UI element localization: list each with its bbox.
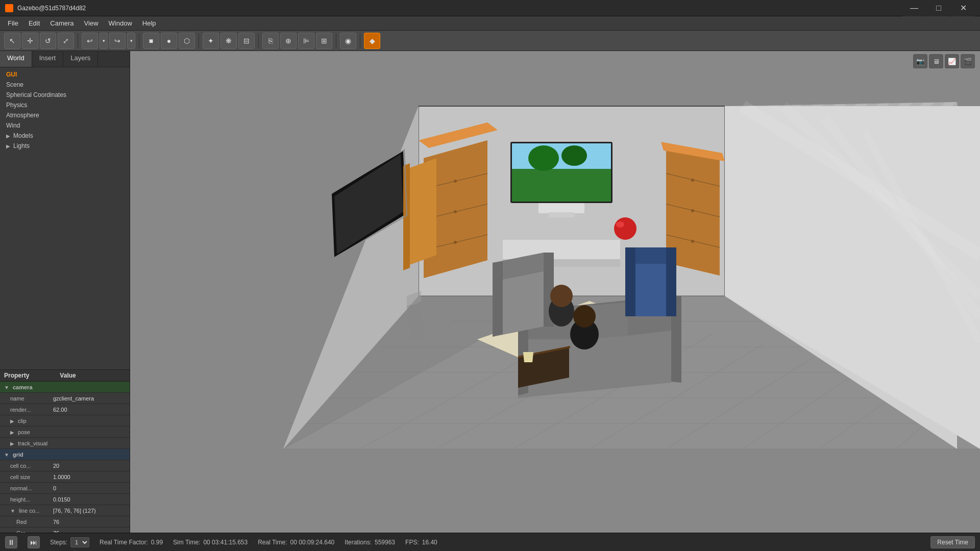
svg-marker-86: [666, 247, 676, 316]
models-arrow-icon: ▶: [6, 133, 10, 139]
redo-dropdown-button[interactable]: ▾: [127, 33, 135, 49]
svg-rect-45: [512, 143, 611, 169]
particle-button[interactable]: ❋: [220, 33, 237, 49]
titlebar-title: Gazebo@51d5787d4d82: [17, 5, 86, 12]
prop-row-cell-size: cell size 1.0000: [0, 471, 130, 483]
viewport-toolbar: 📷 🖥 📈 🎬: [913, 54, 975, 68]
tree-item-spherical-coords[interactable]: Spherical Coordinates: [0, 90, 130, 100]
svg-rect-49: [538, 203, 584, 213]
undo-dropdown-button[interactable]: ▾: [100, 33, 108, 49]
tab-bar: World Insert Layers: [0, 51, 130, 67]
follow-button[interactable]: ◉: [340, 33, 356, 49]
step-forward-button[interactable]: ⏭: [28, 536, 40, 548]
left-panel: World Insert Layers GUI Scene Spherical …: [0, 51, 130, 533]
line-color-collapse-icon: ▼: [10, 508, 15, 514]
real-time-item: Real Time: 00 00:09:24.640: [258, 539, 334, 546]
tab-world[interactable]: World: [0, 51, 32, 67]
redo-button[interactable]: ↪: [109, 33, 126, 49]
prop-header-value: Value: [60, 372, 76, 379]
video-button[interactable]: 🎬: [961, 54, 975, 68]
prop-section-grid[interactable]: ▼ grid: [0, 449, 130, 460]
prop-row-clip[interactable]: ▶ clip: [0, 415, 130, 427]
tab-insert[interactable]: Insert: [32, 51, 64, 67]
fps-item: FPS: 16.40: [405, 539, 437, 546]
sep3: [199, 34, 199, 48]
prop-row-normal: normal... 0: [0, 483, 130, 494]
prop-row-track-visual[interactable]: ▶ track_visual: [0, 438, 130, 449]
tree-item-lights[interactable]: ▶ Lights: [0, 141, 130, 151]
svg-point-56: [454, 180, 457, 183]
svg-point-96: [616, 221, 624, 228]
menu-edit[interactable]: Edit: [23, 17, 45, 29]
translate-tool-button[interactable]: ✛: [22, 33, 38, 49]
plot-button[interactable]: 📈: [945, 54, 959, 68]
box-shape-button[interactable]: ■: [143, 33, 159, 49]
orange-shape-button[interactable]: ◆: [364, 33, 380, 49]
paste-button[interactable]: ⊕: [280, 33, 297, 49]
steps-select[interactable]: 1: [70, 537, 89, 547]
cylinder-shape-button[interactable]: ⬡: [179, 33, 195, 49]
fps-label: FPS:: [405, 539, 419, 546]
tree-item-wind[interactable]: Wind: [0, 120, 130, 131]
prop-row-green: Gre... 76: [0, 528, 130, 533]
main-content: World Insert Layers GUI Scene Spherical …: [0, 51, 980, 533]
scene-viewport[interactable]: [130, 51, 980, 533]
properties-panel: Property Value ▼ camera name gzclient_ca…: [0, 369, 130, 533]
svg-point-47: [528, 145, 559, 171]
reset-time-button[interactable]: Reset Time: [930, 536, 975, 548]
wireframe-button[interactable]: ⊟: [238, 33, 255, 49]
svg-point-67: [691, 240, 694, 243]
maximize-button[interactable]: □: [927, 0, 950, 16]
steps-label: Steps:: [50, 539, 67, 546]
svg-marker-81: [493, 262, 503, 337]
menu-file[interactable]: File: [3, 17, 23, 29]
scale-tool-button[interactable]: ⤢: [58, 33, 74, 49]
menu-view[interactable]: View: [79, 17, 104, 29]
undo-button[interactable]: ↩: [82, 33, 98, 49]
menu-camera[interactable]: Camera: [45, 17, 79, 29]
statusbar: ⏸ ⏭ Steps: 1 Real Time Factor: 0.99 Sim …: [0, 533, 980, 551]
svg-point-65: [691, 179, 694, 182]
screenshot-button[interactable]: 📷: [913, 54, 927, 68]
titlebar-controls: — □ ✕: [902, 0, 975, 16]
prop-row-pose[interactable]: ▶ pose: [0, 427, 130, 438]
svg-marker-85: [625, 247, 635, 316]
sep1: [78, 34, 78, 48]
svg-rect-41: [503, 240, 620, 260]
minimize-button[interactable]: —: [902, 0, 926, 16]
rotate-tool-button[interactable]: ↺: [40, 33, 56, 49]
sphere-shape-button[interactable]: ●: [161, 33, 177, 49]
tree-item-physics[interactable]: Physics: [0, 100, 130, 110]
prop-section-camera[interactable]: ▼ camera: [0, 382, 130, 393]
viewport[interactable]: 📷 🖥 📈 🎬: [130, 51, 980, 533]
pause-button[interactable]: ⏸: [5, 536, 17, 548]
tree-item-atmosphere[interactable]: Atmosphere: [0, 110, 130, 120]
prop-row-cell-count: cell co... 20: [0, 460, 130, 471]
tab-layers[interactable]: Layers: [63, 51, 98, 67]
align-button[interactable]: ⊫: [298, 33, 314, 49]
select-tool-button[interactable]: ↖: [4, 33, 20, 49]
snap-button[interactable]: ⊞: [316, 33, 332, 49]
display-button[interactable]: 🖥: [929, 54, 943, 68]
close-button[interactable]: ✕: [951, 0, 975, 16]
scene-label: Scene: [6, 81, 23, 88]
svg-point-58: [454, 241, 457, 244]
menu-window[interactable]: Window: [104, 17, 137, 29]
menu-help[interactable]: Help: [137, 17, 161, 29]
sim-time-item: Sim Time: 00 03:41:15.653: [173, 539, 248, 546]
tree-item-scene[interactable]: Scene: [0, 80, 130, 90]
copy-button[interactable]: ⎘: [262, 33, 279, 49]
svg-point-48: [561, 145, 587, 166]
svg-point-92: [573, 305, 596, 328]
rtf-item: Real Time Factor: 0.99: [100, 539, 163, 546]
iterations-label: Iterations:: [345, 539, 372, 546]
tree-item-gui[interactable]: GUI: [0, 69, 130, 80]
sep2: [139, 34, 139, 48]
tree-item-models[interactable]: ▶ Models: [0, 131, 130, 141]
sep5: [336, 34, 336, 48]
prop-header-property: Property: [4, 372, 29, 379]
tree-panel: GUI Scene Spherical Coordinates Physics …: [0, 67, 130, 369]
sun-light-button[interactable]: ✦: [203, 33, 219, 49]
toolbar: ↖ ✛ ↺ ⤢ ↩ ▾ ↪ ▾ ■ ● ⬡ ✦ ❋ ⊟ ⎘ ⊕ ⊫ ⊞ ◉ ◆: [0, 31, 980, 51]
prop-row-line-color[interactable]: ▼ line co... [76, 76, 76] (127): [0, 505, 130, 516]
